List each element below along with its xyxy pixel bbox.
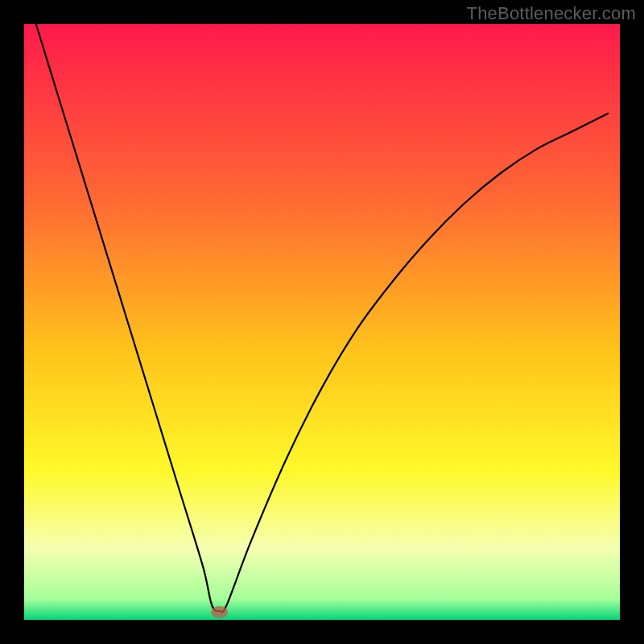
attribution-text: TheBottlenecker.com	[467, 3, 636, 24]
optimal-point-marker	[211, 606, 228, 618]
chart-frame: TheBottlenecker.com	[0, 0, 644, 644]
plot-area	[24, 24, 620, 620]
gradient-background	[24, 24, 620, 620]
chart-svg	[24, 24, 620, 620]
